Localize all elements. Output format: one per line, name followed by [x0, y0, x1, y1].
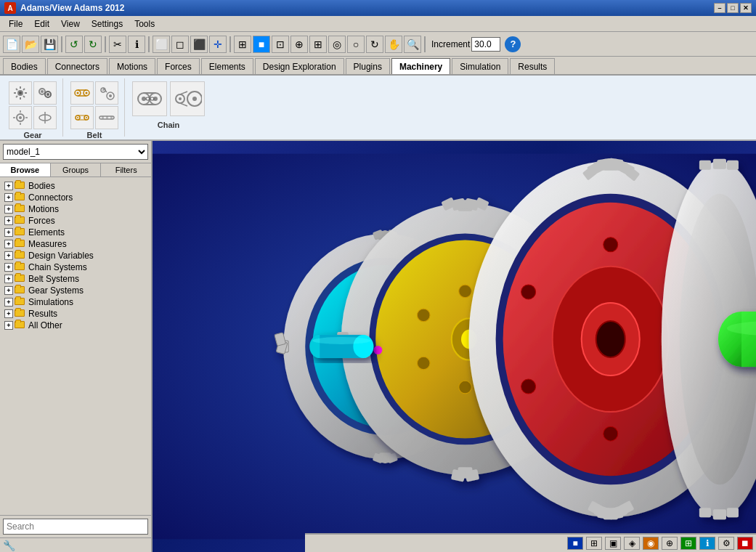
status-btn-7[interactable]: ⊞	[680, 537, 696, 550]
belt-icon-3[interactable]	[70, 106, 94, 129]
status-btn-5[interactable]: ◉	[643, 537, 659, 550]
help-button[interactable]: ?	[505, 36, 521, 52]
expand-belt-systems[interactable]: +	[4, 275, 13, 283]
status-btn-6[interactable]: ⊕	[662, 537, 678, 550]
menu-edit[interactable]: Edit	[28, 17, 55, 31]
panel-tab-browse[interactable]: Browse	[0, 163, 51, 176]
expand-measures[interactable]: +	[4, 240, 13, 248]
frame-button[interactable]: ⊡	[272, 36, 289, 53]
increment-input[interactable]	[471, 37, 500, 52]
zoom2-button[interactable]: 🔍	[404, 36, 421, 53]
expand-elements[interactable]: +	[4, 228, 13, 237]
tree-item-measures[interactable]: + Measures	[1, 238, 150, 250]
expand-connectors[interactable]: +	[4, 193, 13, 202]
tree-item-gear-systems[interactable]: + Gear Systems	[1, 285, 150, 296]
chain-icon-1[interactable]	[132, 81, 167, 116]
tab-forces[interactable]: Forces	[157, 58, 200, 74]
menu-view[interactable]: View	[55, 17, 86, 31]
circle-button[interactable]: ○	[347, 36, 365, 53]
minimize-button[interactable]: –	[714, 3, 725, 13]
tab-bodies[interactable]: Bodies	[3, 58, 46, 74]
menu-tools[interactable]: Tools	[129, 17, 160, 31]
tab-machinery[interactable]: Machinery	[391, 58, 450, 74]
tree-item-motions[interactable]: + Motions	[1, 203, 150, 215]
tree-item-results[interactable]: + Results	[1, 308, 150, 320]
svg-line-7	[23, 96, 25, 97]
expand-results[interactable]: +	[4, 309, 13, 318]
status-btn-10[interactable]: ⏹	[737, 537, 753, 550]
status-btn-9[interactable]: ⚙	[718, 537, 734, 550]
expand-design-variables[interactable]: +	[4, 251, 13, 260]
redo-button[interactable]: ↻	[84, 36, 102, 53]
tree-item-simulations[interactable]: + Simulations	[1, 296, 150, 308]
expand-simulations[interactable]: +	[4, 298, 13, 307]
gear-icon-3[interactable]	[9, 106, 32, 129]
belt-icon-1[interactable]	[70, 81, 94, 105]
maximize-button[interactable]: □	[727, 3, 739, 13]
expand-chain-systems[interactable]: +	[4, 263, 13, 272]
search-input[interactable]	[3, 519, 148, 535]
view-button[interactable]: ■	[253, 36, 270, 53]
panel-tab-groups[interactable]: Groups	[51, 163, 102, 176]
chain-icon-2[interactable]	[170, 81, 205, 116]
new-button[interactable]: 📄	[3, 36, 20, 53]
save-button[interactable]: 💾	[41, 36, 58, 53]
folder-icon-gear-systems	[15, 286, 26, 295]
tree-item-connectors[interactable]: + Connectors	[1, 192, 150, 203]
gear-icon-2[interactable]	[33, 81, 57, 105]
point-button[interactable]: ⬛	[190, 36, 208, 53]
expand-motions[interactable]: +	[4, 205, 13, 214]
object-button[interactable]: ◻	[171, 36, 189, 53]
tree-item-all-other[interactable]: + All Other	[1, 320, 150, 331]
status-btn-1[interactable]: ■	[567, 537, 583, 550]
viewport[interactable]: ■ ⊞ ▣ ◈ ◉ ⊕ ⊞ ℹ ⚙ ⏹	[153, 141, 756, 552]
menu-settings[interactable]: Settings	[86, 17, 129, 31]
tab-motions[interactable]: Motions	[109, 58, 155, 74]
panel-tab-filters[interactable]: Filters	[101, 163, 151, 176]
grid-button[interactable]: ⊞	[234, 36, 251, 53]
status-btn-4[interactable]: ◈	[624, 537, 640, 550]
gear-icon-4[interactable]	[33, 106, 57, 129]
tree-item-bodies[interactable]: + Bodies	[1, 180, 150, 192]
menu-file[interactable]: File	[3, 17, 28, 31]
tree-item-elements[interactable]: + Elements	[1, 227, 150, 238]
move-button[interactable]: ✛	[209, 36, 227, 53]
svg-point-15	[19, 116, 22, 119]
model-select[interactable]: model_1	[3, 144, 148, 160]
tab-elements[interactable]: Elements	[201, 58, 253, 74]
expand-all-other[interactable]: +	[4, 321, 13, 330]
info-button[interactable]: ℹ	[128, 36, 145, 53]
tab-plugins[interactable]: Plugins	[346, 58, 390, 74]
tree-item-belt-systems[interactable]: + Belt Systems	[1, 273, 150, 285]
pan-button[interactable]: ✋	[385, 36, 402, 53]
undo-button[interactable]: ↺	[65, 36, 83, 53]
main-area: model_1 Browse Groups Filters + Bodies +…	[0, 141, 756, 552]
tab-design-exploration[interactable]: Design Exploration	[255, 58, 344, 74]
zoom-button[interactable]: ⊕	[290, 36, 308, 53]
status-btn-2[interactable]: ⊞	[586, 537, 602, 550]
expand-bodies[interactable]: +	[4, 182, 13, 190]
wrench-icon: 🔧	[3, 540, 15, 551]
open-button[interactable]: 📂	[22, 36, 39, 53]
expand-forces[interactable]: +	[4, 216, 13, 225]
tab-simulation[interactable]: Simulation	[452, 58, 508, 74]
tree-item-design-variables[interactable]: + Design Variables	[1, 250, 150, 261]
orbit-button[interactable]: ◎	[328, 36, 346, 53]
status-btn-3[interactable]: ▣	[605, 537, 621, 550]
belt-icon-4[interactable]	[95, 106, 118, 129]
tree-label-chain-systems: Chain Systems	[28, 262, 87, 272]
tree-item-forces[interactable]: + Forces	[1, 215, 150, 227]
tab-results[interactable]: Results	[510, 58, 555, 74]
tab-connectors[interactable]: Connectors	[47, 58, 107, 74]
tree-item-chain-systems[interactable]: + Chain Systems	[1, 261, 150, 273]
gear-group: Gear	[3, 78, 63, 137]
close-button[interactable]: ✕	[740, 3, 752, 13]
cut-button[interactable]: ✂	[109, 36, 126, 53]
fit-button[interactable]: ⊞	[309, 36, 327, 53]
rotate-button[interactable]: ↻	[366, 36, 383, 53]
expand-gear-systems[interactable]: +	[4, 286, 13, 295]
select-button[interactable]: ⬜	[153, 36, 170, 53]
status-btn-8[interactable]: ℹ	[699, 537, 715, 550]
gear-icon-1[interactable]	[9, 81, 32, 105]
belt-icon-2[interactable]	[95, 81, 118, 105]
